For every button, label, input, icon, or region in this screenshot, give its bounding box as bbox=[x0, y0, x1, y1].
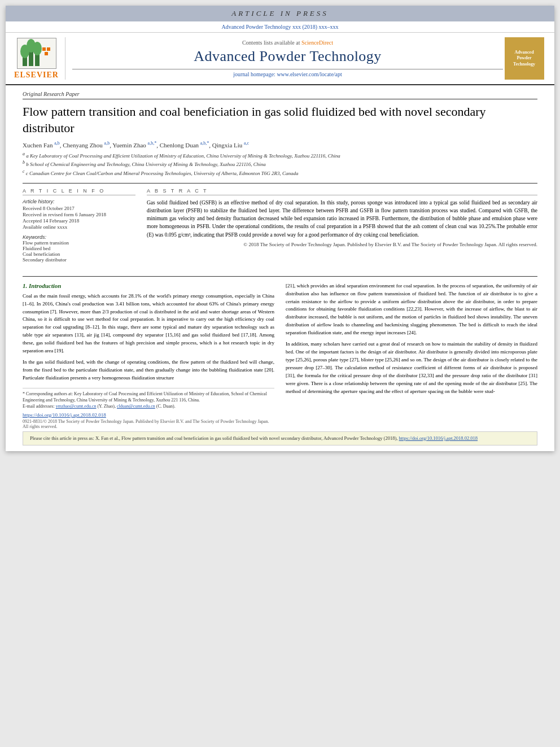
citation-bar: Please cite this article in press as: X.… bbox=[23, 431, 537, 446]
received-date: Received 8 October 2017 bbox=[23, 206, 135, 211]
affiliation-a: a a Key Laboratory of Coal Processing an… bbox=[23, 151, 537, 160]
doi-link[interactable]: https://doi.org/10.1016/j.apt.2018.02.01… bbox=[23, 412, 274, 418]
journal-title: Advanced Powder Technology bbox=[194, 48, 382, 65]
article-type-label: Original Research Paper bbox=[23, 91, 537, 99]
keywords-label: Keywords: bbox=[23, 234, 135, 240]
keyword-3: Coal beneficiation bbox=[23, 251, 135, 257]
elsevier-wordmark: ELSEVIER bbox=[14, 71, 59, 80]
article-history-label: Article history: bbox=[23, 199, 135, 204]
keyword-2: Fluidized bed bbox=[23, 246, 135, 251]
intro-right-paragraph-1: [21], which provides an ideal separation… bbox=[286, 282, 537, 338]
abstract-column: A B S T R A C T Gas solid fluidized bed … bbox=[147, 188, 537, 267]
intro-paragraph-2: In the gas solid fluidized bed, with the… bbox=[23, 359, 274, 382]
article-info-column: A R T I C L E I N F O Article history: R… bbox=[23, 188, 135, 267]
intro-paragraph-1: Coal as the main fossil energy, which ac… bbox=[23, 292, 274, 356]
citation-doi-link[interactable]: https://doi.org/10.1016/j.apt.2018.02.01… bbox=[399, 435, 478, 441]
authors-line: Xuchen Fan a,b, Chenyang Zhou a,b, Yuemi… bbox=[23, 141, 537, 148]
journal-header: ELSEVIER Contents lists available at Sci… bbox=[6, 33, 554, 85]
banner-text: ARTICLE IN PRESS bbox=[231, 9, 329, 18]
journal-ref-text: Advanced Powder Technology xxx (2018) xx… bbox=[221, 24, 338, 30]
svg-point-5 bbox=[33, 42, 42, 55]
science-direct-link[interactable]: ScienceDirect bbox=[301, 40, 333, 46]
affiliations: a a Key Laboratory of Coal Processing an… bbox=[23, 151, 537, 177]
elsevier-tree-logo bbox=[17, 38, 56, 69]
abstract-heading: A B S T R A C T bbox=[147, 188, 537, 195]
email1-name: (Y. Zhao), bbox=[97, 404, 116, 409]
citation-text: Please cite this article in press as: X.… bbox=[30, 435, 397, 441]
introduction-title: 1. Introduction bbox=[23, 282, 274, 289]
journal-title-area: Contents lists available at ScienceDirec… bbox=[72, 37, 503, 80]
info-abstract-section: A R T I C L E I N F O Article history: R… bbox=[23, 183, 537, 267]
keyword-4: Secondary distributor bbox=[23, 257, 135, 263]
journal-reference-line: Advanced Powder Technology xxx (2018) xx… bbox=[6, 21, 554, 33]
keywords-block: Keywords: Flow pattern transition Fluidi… bbox=[23, 234, 135, 263]
elsevier-logo-area: ELSEVIER bbox=[15, 37, 65, 80]
email-line: E-mail addresses: ymzhao@cumt.edu.cn (Y.… bbox=[23, 403, 274, 409]
article-title: Flow pattern transition and coal benefic… bbox=[23, 104, 537, 136]
revised-date: Received in revised form 6 January 2018 bbox=[23, 212, 135, 217]
keyword-1: Flow pattern transition bbox=[23, 240, 135, 246]
svg-rect-6 bbox=[42, 47, 46, 51]
copyright-text: © 2018 The Society of Powder Technology … bbox=[147, 241, 537, 248]
article-content: Original Research Paper Flow pattern tra… bbox=[6, 85, 554, 451]
svg-rect-8 bbox=[45, 52, 48, 55]
article-in-press-banner: ARTICLE IN PRESS bbox=[6, 6, 554, 21]
email2-link[interactable]: clduan@cumt.edu.cn bbox=[117, 404, 155, 409]
issn-text: 0921-8831/© 2018 The Society of Powder T… bbox=[23, 419, 274, 429]
email1-link[interactable]: ymzhao@cumt.edu.cn bbox=[56, 404, 97, 409]
affiliation-b: b b School of Chemical Engineering and T… bbox=[23, 159, 537, 168]
svg-rect-1 bbox=[29, 50, 33, 66]
body-right-column: [21], which provides an ideal separation… bbox=[286, 282, 537, 429]
body-left-column: 1. Introduction Coal as the main fossil … bbox=[23, 282, 274, 429]
accepted-date: Accepted 14 February 2018 bbox=[23, 218, 135, 224]
apt-logo-box: Advanced Powder Technology bbox=[505, 37, 544, 80]
article-info-heading: A R T I C L E I N F O bbox=[23, 188, 135, 195]
footnote-area: * Corresponding authors at: Key Laborato… bbox=[23, 388, 274, 410]
available-online: Available online xxxx bbox=[23, 224, 135, 230]
contents-available-text: Contents lists available at ScienceDirec… bbox=[242, 40, 333, 46]
intro-right-paragraph-2: In addition, many scholars have carried … bbox=[286, 340, 537, 396]
homepage-text: journal homepage: www.elsevier.com/locat… bbox=[233, 71, 342, 77]
homepage-url: www.elsevier.com/locate/apt bbox=[277, 71, 342, 77]
article-history-block: Article history: Received 8 October 2017… bbox=[23, 199, 135, 230]
corresponding-author-note: * Corresponding authors at: Key Laborato… bbox=[23, 391, 274, 403]
title-divider bbox=[72, 69, 503, 69]
email2-name: (C. Duan). bbox=[156, 404, 176, 409]
email-label: E-mail addresses: bbox=[23, 404, 55, 409]
apt-logo-area: Advanced Powder Technology bbox=[503, 37, 545, 80]
abstract-text: Gas solid fluidized bed (GSFB) is an eff… bbox=[147, 199, 537, 239]
affiliation-c: c c Canadian Centre for Clean Coal/Carbo… bbox=[23, 168, 537, 177]
svg-rect-7 bbox=[47, 47, 50, 51]
body-two-columns: 1. Introduction Coal as the main fossil … bbox=[23, 282, 537, 429]
article-page: ARTICLE IN PRESS Advanced Powder Technol… bbox=[6, 6, 554, 451]
authors-text: Xuchen Fan a,b, Chenyang Zhou a,b, Yuemi… bbox=[23, 142, 249, 148]
body-content: 1. Introduction Coal as the main fossil … bbox=[23, 276, 537, 429]
